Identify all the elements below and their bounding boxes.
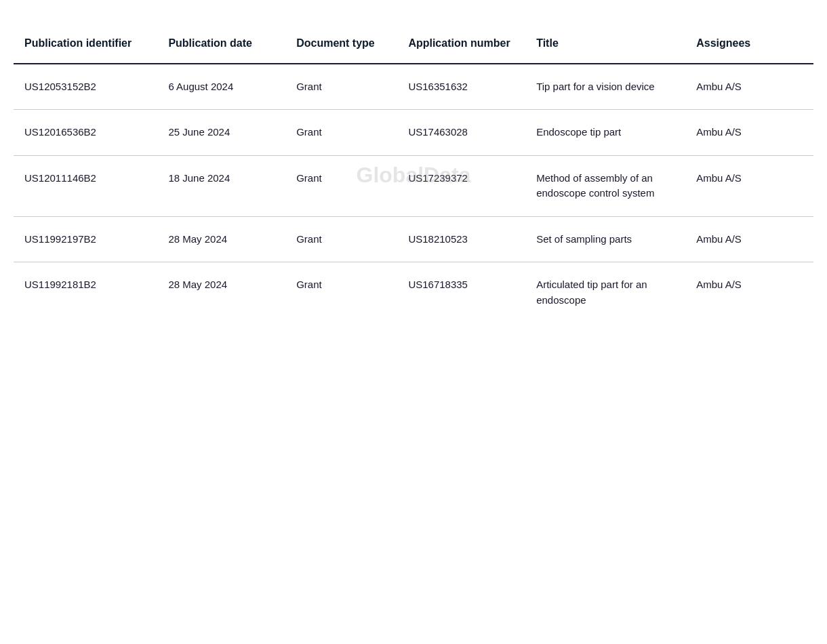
cell-title: Set of sampling parts [525,216,685,262]
cell-title: Tip part for a vision device [525,64,685,110]
cell-title: Endoscope tip part [525,110,685,156]
cell-doc-type: Grant [285,262,397,323]
col-header-app-num: Application number [397,27,525,64]
cell-assignees: Ambu A/S [685,110,813,156]
cell-app-num: US16718335 [397,262,525,323]
cell-pub-id: US11992197B2 [14,216,157,262]
cell-assignees: Ambu A/S [685,64,813,110]
table-body: US12053152B26 August 2024GrantUS16351632… [14,64,813,323]
cell-app-num: US17463028 [397,110,525,156]
cell-pub-id: US12053152B2 [14,64,157,110]
patent-table-container: GlobalData Publication identifier Public… [14,27,813,323]
cell-pub-id: US12011146B2 [14,155,157,216]
cell-pub-date: 28 May 2024 [157,216,285,262]
cell-assignees: Ambu A/S [685,216,813,262]
cell-app-num: US18210523 [397,216,525,262]
cell-title: Articulated tip part for an endoscope [525,262,685,323]
table-row: US12011146B218 June 2024GrantUS17239372M… [14,155,813,216]
patent-table: Publication identifier Publication date … [14,27,813,323]
table-row: US11992197B228 May 2024GrantUS18210523Se… [14,216,813,262]
cell-app-num: US16351632 [397,64,525,110]
cell-pub-date: 6 August 2024 [157,64,285,110]
cell-title: Method of assembly of an endoscope contr… [525,155,685,216]
cell-doc-type: Grant [285,155,397,216]
cell-pub-date: 28 May 2024 [157,262,285,323]
cell-pub-id: US11992181B2 [14,262,157,323]
cell-assignees: Ambu A/S [685,262,813,323]
table-header-row: Publication identifier Publication date … [14,27,813,64]
table-row: US11992181B228 May 2024GrantUS16718335Ar… [14,262,813,323]
cell-doc-type: Grant [285,110,397,156]
col-header-pub-date: Publication date [157,27,285,64]
cell-doc-type: Grant [285,64,397,110]
col-header-pub-id: Publication identifier [14,27,157,64]
cell-app-num: US17239372 [397,155,525,216]
table-row: US12016536B225 June 2024GrantUS17463028E… [14,110,813,156]
table-row: US12053152B26 August 2024GrantUS16351632… [14,64,813,110]
cell-assignees: Ambu A/S [685,155,813,216]
cell-pub-date: 18 June 2024 [157,155,285,216]
cell-pub-id: US12016536B2 [14,110,157,156]
cell-doc-type: Grant [285,216,397,262]
col-header-doc-type: Document type [285,27,397,64]
col-header-assignees: Assignees [685,27,813,64]
cell-pub-date: 25 June 2024 [157,110,285,156]
col-header-title: Title [525,27,685,64]
